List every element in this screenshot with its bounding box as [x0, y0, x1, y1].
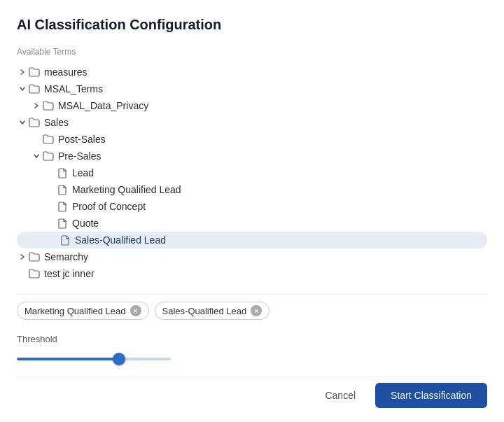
- folder-icon: [42, 150, 55, 162]
- tree-item-label: Sales: [44, 117, 69, 128]
- tag-tag_mql: Marketing Qualified Lead×: [17, 302, 149, 320]
- tree-item-marketing_qualified_lead[interactable]: Marketing Qualified Lead: [17, 181, 487, 198]
- tree-item-label: measures: [44, 66, 87, 78]
- tree-item-post_sales[interactable]: Post-Sales: [17, 131, 487, 148]
- footer: Cancel Start Classification: [17, 377, 487, 408]
- threshold-slider[interactable]: [17, 358, 171, 360]
- tree-item-label: Pre-Sales: [58, 150, 101, 162]
- tree-item-label: Lead: [72, 167, 94, 178]
- tree-item-semarchy[interactable]: Semarchy: [17, 248, 487, 265]
- tree-area: measures MSAL_Terms MSAL_Data_Privacy Sa…: [17, 64, 487, 286]
- folder-icon: [28, 66, 41, 78]
- chevron-right-icon: [17, 251, 28, 262]
- folder-icon: [42, 99, 55, 112]
- chevron-down-icon: [17, 117, 28, 128]
- tag-close-button[interactable]: ×: [251, 305, 262, 316]
- slider-container: [17, 351, 487, 363]
- tree-item-test_jc_inner[interactable]: test jc inner: [17, 265, 487, 282]
- tree-item-quote[interactable]: Quote: [17, 215, 487, 232]
- tree-item-label: MSAL_Data_Privacy: [58, 100, 148, 111]
- document-icon: [56, 200, 69, 213]
- tree-item-msal_terms[interactable]: MSAL_Terms: [17, 80, 487, 97]
- tags-area: Marketing Qualified Lead×Sales-Qualified…: [17, 294, 487, 323]
- threshold-label: Threshold: [17, 334, 487, 344]
- document-icon: [56, 167, 69, 179]
- tree-item-label: test jc inner: [44, 268, 94, 279]
- document-icon: [56, 183, 69, 196]
- folder-icon: [42, 133, 55, 146]
- folder-icon: [28, 251, 41, 263]
- folder-icon: [28, 116, 41, 129]
- tag-close-button[interactable]: ×: [130, 305, 141, 316]
- cancel-button[interactable]: Cancel: [316, 384, 364, 407]
- folder-icon: [28, 267, 41, 280]
- document-icon: [56, 217, 69, 230]
- chevron-right-icon: [31, 100, 42, 111]
- folder-icon: [28, 83, 41, 95]
- tree-item-msal_data_privacy[interactable]: MSAL_Data_Privacy: [17, 97, 487, 114]
- chevron-down-icon: [17, 83, 28, 94]
- tag-label: Marketing Qualified Lead: [24, 306, 126, 316]
- page-title: AI Classification Configuration: [17, 17, 487, 33]
- section-label: Available Terms: [17, 47, 487, 57]
- tree-item-label: Semarchy: [44, 251, 88, 262]
- tag-label: Sales-Qualified Lead: [162, 306, 247, 316]
- tree-item-label: Proof of Concept: [72, 201, 146, 212]
- tag-tag_sql: Sales-Qualified Lead×: [155, 302, 270, 320]
- document-icon: [59, 234, 71, 246]
- document-icon: [28, 284, 41, 286]
- tree-item-test_inside_xdm[interactable]: test inside xdm: [17, 282, 487, 286]
- chevron-right-icon: [17, 66, 28, 78]
- tree-item-label: test inside xdm: [44, 285, 109, 286]
- tree-item-label: Marketing Qualified Lead: [72, 184, 181, 195]
- tree-item-label: Quote: [72, 218, 99, 229]
- tree-item-label: MSAL_Terms: [44, 83, 103, 94]
- tree-item-lead[interactable]: Lead: [17, 164, 487, 181]
- tree-item-label: Post-Sales: [58, 134, 106, 145]
- tree-item-label: Sales-Qualified Lead: [75, 234, 166, 246]
- start-classification-button[interactable]: Start Classification: [375, 383, 487, 408]
- tree-item-sales[interactable]: Sales: [17, 114, 487, 131]
- chevron-down-icon: [31, 150, 42, 162]
- tree-item-sales_qualified_lead[interactable]: Sales-Qualified Lead: [17, 232, 487, 248]
- tree-item-proof_of_concept[interactable]: Proof of Concept: [17, 198, 487, 215]
- tree-item-pre_sales[interactable]: Pre-Sales: [17, 148, 487, 164]
- tree-item-measures[interactable]: measures: [17, 64, 487, 80]
